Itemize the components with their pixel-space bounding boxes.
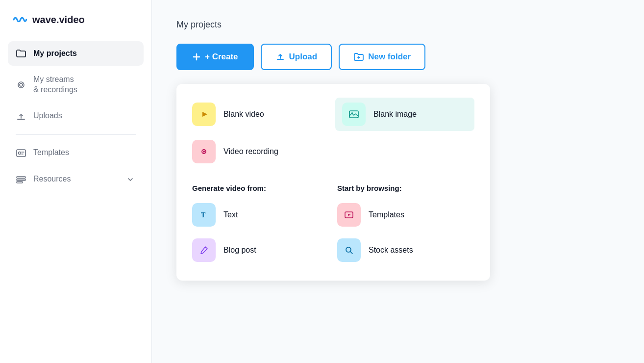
svg-marker-14 bbox=[348, 214, 351, 216]
blog-post-label: Blog post bbox=[223, 246, 256, 255]
svg-point-0 bbox=[20, 83, 23, 86]
browse-heading: Start by browsing: bbox=[337, 184, 474, 192]
svg-rect-5 bbox=[17, 179, 25, 181]
sidebar-item-my-streams-label: My streams& recordings bbox=[33, 75, 77, 95]
plus-icon bbox=[192, 52, 201, 61]
svg-marker-7 bbox=[202, 112, 207, 117]
sidebar-item-my-projects-label: My projects bbox=[33, 49, 77, 59]
new-folder-icon bbox=[353, 52, 364, 62]
logo-icon bbox=[12, 14, 27, 26]
upload-icon bbox=[275, 52, 285, 62]
blank-video-label: Blank video bbox=[223, 110, 264, 119]
upload-label: Upload bbox=[289, 52, 318, 62]
sidebar-item-uploads[interactable]: Uploads bbox=[8, 104, 144, 129]
svg-rect-1 bbox=[17, 119, 25, 120]
stock-assets-icon bbox=[337, 238, 361, 262]
toolbar: + Create Upload New folder bbox=[176, 44, 619, 70]
blank-image-label: Blank image bbox=[373, 110, 417, 119]
new-folder-button[interactable]: New folder bbox=[339, 44, 425, 70]
sidebar-item-resources-label: Resources bbox=[33, 174, 71, 184]
browse-section: Start by browsing: Templates bbox=[337, 176, 474, 267]
folder-icon bbox=[16, 48, 26, 59]
video-recording-icon bbox=[192, 140, 216, 163]
nav-menu: My projects My streams& recordings Uploa… bbox=[0, 37, 151, 196]
generate-items: T Text Blog post bbox=[192, 198, 329, 267]
templates-browse-item[interactable]: Templates bbox=[337, 198, 474, 232]
generate-section: Generate video from: T Text bbox=[192, 176, 329, 267]
templates-icon bbox=[16, 148, 26, 158]
text-item[interactable]: T Text bbox=[192, 198, 329, 232]
blog-post-item[interactable]: Blog post bbox=[192, 233, 329, 267]
browse-items: Templates Stock assets bbox=[337, 198, 474, 267]
sidebar-item-uploads-label: Uploads bbox=[33, 111, 62, 121]
sidebar-item-my-streams[interactable]: My streams& recordings bbox=[8, 68, 144, 102]
blank-video-icon bbox=[192, 103, 216, 126]
blank-image-item[interactable]: Blank image bbox=[335, 98, 474, 131]
upload-button[interactable]: Upload bbox=[261, 44, 332, 70]
logo-text: wave.video bbox=[32, 14, 85, 26]
svg-rect-4 bbox=[17, 177, 25, 178]
resources-icon bbox=[16, 174, 26, 185]
upload-icon bbox=[16, 111, 26, 122]
sidebar-item-resources[interactable]: Resources bbox=[8, 167, 144, 192]
svg-point-9 bbox=[203, 151, 205, 153]
svg-rect-6 bbox=[17, 182, 23, 183]
streams-icon bbox=[16, 79, 26, 90]
templates-browse-label: Templates bbox=[369, 210, 404, 219]
video-recording-item[interactable]: Video recording bbox=[192, 135, 331, 168]
svg-point-3 bbox=[19, 152, 21, 154]
sidebar-item-templates[interactable]: Templates bbox=[8, 141, 144, 165]
stock-assets-label: Stock assets bbox=[369, 246, 413, 255]
chevron-down-icon bbox=[125, 174, 136, 185]
main-content: My projects + Create Upload New folder bbox=[152, 0, 644, 363]
text-label: Text bbox=[223, 210, 238, 219]
blank-image-icon bbox=[342, 103, 366, 126]
video-recording-label: Video recording bbox=[223, 147, 278, 156]
logo-area: wave.video bbox=[0, 0, 151, 37]
svg-text:T: T bbox=[201, 211, 206, 219]
new-folder-label: New folder bbox=[368, 52, 411, 62]
sidebar-item-templates-label: Templates bbox=[33, 148, 69, 158]
generate-heading: Generate video from: bbox=[192, 184, 329, 192]
page-title: My projects bbox=[176, 20, 619, 30]
text-icon: T bbox=[192, 203, 216, 227]
sidebar: wave.video My projects My streams& recor… bbox=[0, 0, 152, 363]
create-dropdown: Blank video Video recording bbox=[176, 84, 490, 281]
blank-video-item[interactable]: Blank video bbox=[192, 98, 331, 131]
create-label: + Create bbox=[205, 52, 238, 62]
templates-browse-icon bbox=[337, 203, 361, 227]
create-button[interactable]: + Create bbox=[176, 44, 254, 70]
nav-divider bbox=[16, 134, 136, 135]
stock-assets-item[interactable]: Stock assets bbox=[337, 233, 474, 267]
sidebar-item-my-projects[interactable]: My projects bbox=[8, 41, 144, 66]
blog-post-icon bbox=[192, 238, 216, 262]
